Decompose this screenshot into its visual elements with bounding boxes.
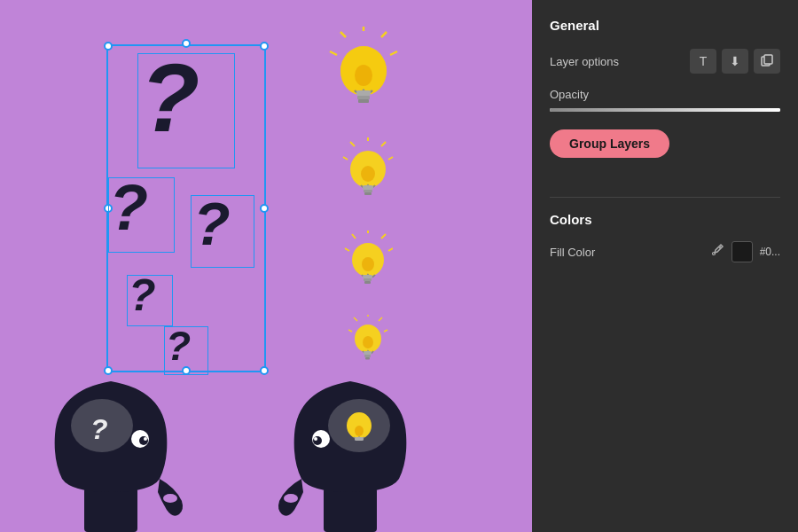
svg-line-23 [381,234,386,239]
handle-br[interactable] [260,366,269,375]
svg-point-45 [144,437,147,441]
svg-line-4 [390,51,397,55]
fill-color-swatch[interactable] [732,241,753,262]
question-mark-large: ? [140,49,200,146]
text-icon: T [700,54,708,68]
question-mark-3: ? [193,193,231,254]
svg-rect-20 [364,192,372,195]
svg-point-51 [313,436,322,445]
svg-line-14 [343,157,348,160]
question-mark-5: ? [166,325,191,366]
svg-line-24 [345,248,349,251]
selection-handle-top[interactable] [182,39,191,48]
layer-options-row: Layer options T ⬇ [550,49,780,74]
divider-1 [550,197,780,198]
svg-rect-56 [355,437,364,441]
svg-rect-8 [356,90,371,96]
opacity-row: Opacity [550,88,780,112]
svg-rect-10 [358,99,369,103]
layer-options-label: Layer options [550,55,619,68]
svg-rect-9 [357,96,370,99]
svg-line-3 [330,51,337,55]
svg-point-42 [163,494,177,503]
svg-rect-48 [324,488,377,532]
copy-icon-btn[interactable] [754,49,780,74]
svg-point-7 [355,65,372,86]
question-mark-2: ? [109,176,148,239]
bulb-2 [341,137,395,207]
group-layers-container: Group Layers [550,129,780,179]
svg-point-17 [361,166,375,182]
right-panel: General Layer options T ⬇ Opacity [532,0,798,532]
bulb-3 [344,231,393,296]
svg-line-2 [381,32,387,37]
opacity-slider[interactable] [550,108,780,112]
svg-rect-41 [84,488,137,532]
handle-tr[interactable] [260,42,269,51]
svg-line-1 [340,32,346,37]
text-icon-btn[interactable]: T [690,49,716,74]
svg-line-35 [384,330,387,332]
fill-color-row: Fill Color #0... [550,241,780,262]
download-icon: ⬇ [730,54,740,68]
svg-rect-58 [764,55,772,64]
svg-point-44 [139,436,148,445]
svg-line-25 [388,248,393,251]
svg-point-52 [314,437,317,441]
svg-rect-19 [364,190,372,192]
fill-color-hex: #0... [760,246,780,258]
layer-option-icons: T ⬇ [690,49,780,74]
svg-line-22 [352,234,356,239]
svg-rect-18 [363,185,373,190]
svg-line-33 [379,317,382,321]
head-left: ? [35,337,186,532]
general-title: General [550,18,780,33]
svg-line-32 [354,317,357,321]
head-right [275,337,426,532]
opacity-label: Opacity [550,88,780,101]
svg-text:?: ? [90,413,108,445]
svg-line-34 [348,330,352,332]
svg-point-27 [362,257,374,271]
svg-point-55 [355,426,364,436]
bulb-1 [328,27,399,119]
download-icon-btn[interactable]: ⬇ [722,49,748,74]
fill-color-label: Fill Color [550,246,595,259]
group-layers-button[interactable]: Group Layers [550,129,669,158]
handle-tl[interactable] [104,42,113,51]
svg-line-15 [388,157,393,160]
colors-title: Colors [550,212,780,227]
svg-rect-29 [364,278,372,281]
fill-color-controls: #0... [710,241,780,262]
svg-line-13 [381,142,386,146]
svg-line-12 [350,142,355,146]
svg-point-49 [284,494,298,503]
question-mark-4: ? [129,273,156,317]
handle-mr[interactable] [260,204,269,213]
eyedropper-icon[interactable] [710,243,724,261]
copy-icon [761,54,773,69]
canvas: ? ? ? ? ? [0,0,532,532]
svg-rect-30 [364,281,371,284]
svg-rect-28 [363,275,372,278]
